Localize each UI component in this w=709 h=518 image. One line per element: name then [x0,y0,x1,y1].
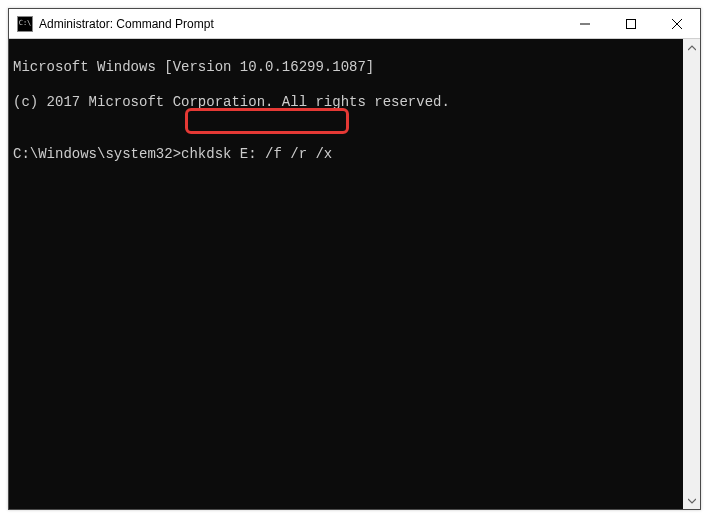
scroll-up-button[interactable] [683,39,700,56]
console-command: chkdsk E: /f /r /x [181,146,332,162]
maximize-button[interactable] [608,9,654,38]
titlebar[interactable]: C:\ Administrator: Command Prompt [9,9,700,39]
chevron-down-icon [688,497,696,505]
console-area[interactable]: Microsoft Windows [Version 10.0.16299.10… [9,39,700,509]
console-line-version: Microsoft Windows [Version 10.0.16299.10… [13,59,679,77]
console-line-copyright: (c) 2017 Microsoft Corporation. All righ… [13,94,679,112]
maximize-icon [626,19,636,29]
chevron-up-icon [688,44,696,52]
command-prompt-window: C:\ Administrator: Command Prompt Micros… [8,8,701,510]
scroll-down-button[interactable] [683,492,700,509]
svg-rect-1 [627,19,636,28]
window-title: Administrator: Command Prompt [39,17,562,31]
minimize-button[interactable] [562,9,608,38]
console-prompt-line: C:\Windows\system32>chkdsk E: /f /r /x [13,146,679,164]
vertical-scrollbar[interactable] [683,39,700,509]
scroll-track[interactable] [683,56,700,492]
window-controls [562,9,700,38]
console-prompt: C:\Windows\system32> [13,146,181,162]
minimize-icon [580,19,590,29]
cmd-icon: C:\ [17,16,33,32]
close-icon [672,19,682,29]
close-button[interactable] [654,9,700,38]
console-content: Microsoft Windows [Version 10.0.16299.10… [9,39,683,509]
